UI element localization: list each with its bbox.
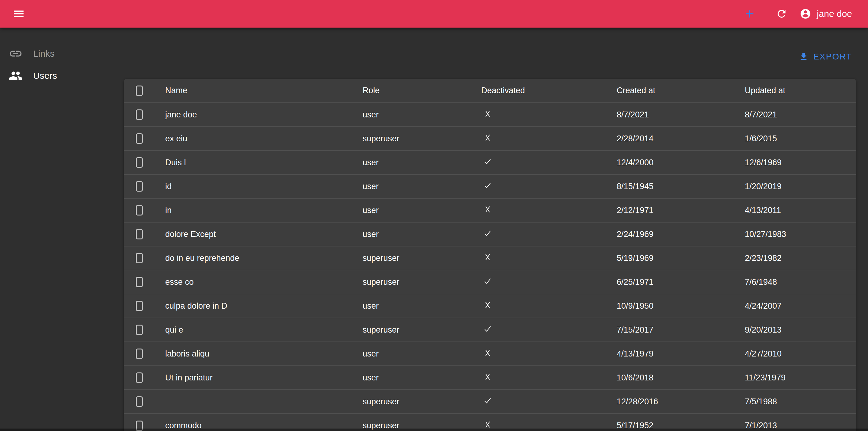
sidebar-item-links[interactable]: Links [0,42,117,65]
table-row[interactable]: laboris aliqu user 4/13/1979 4/27/2010 [124,342,856,366]
cell-updated-at: 4/27/2010 [744,342,856,366]
sidebar-item-label: Users [33,70,57,81]
cell-role: superuser [362,390,480,413]
column-header-updated-at[interactable]: Updated at [744,79,856,103]
cell-name: jane doe [164,103,362,127]
cell-created-at: 2/28/2014 [616,127,744,151]
cell-role: user [362,222,480,246]
column-header-name[interactable]: Name [164,79,362,103]
cell-created-at: 8/7/2021 [616,103,744,127]
row-checkbox[interactable] [136,157,143,168]
refresh-button[interactable] [776,8,787,20]
cell-name: culpa dolore in D [164,294,362,318]
column-header-role[interactable]: Role [362,79,480,103]
cell-deactivated [480,390,616,413]
row-checkbox[interactable] [136,205,143,216]
download-icon [799,52,809,62]
cell-name: in [164,198,362,222]
cell-name [164,390,362,413]
refresh-icon [776,8,787,20]
column-header-created-at[interactable]: Created at [616,79,744,103]
table-row[interactable]: Duis l user 12/4/2000 12/6/1969 [124,151,856,175]
cell-role: superuser [362,127,480,151]
cell-updated-at: 10/27/1983 [744,222,856,246]
row-checkbox[interactable] [136,229,143,239]
table-row[interactable]: jane doe user 8/7/2021 8/7/2021 [124,103,856,127]
table-row[interactable]: in user 2/12/1971 4/13/2011 [124,198,856,222]
cell-deactivated [480,246,616,270]
cell-deactivated [480,151,616,175]
close-icon [483,253,492,262]
close-icon [483,300,492,310]
cell-role: user [362,151,480,175]
menu-button[interactable] [12,7,25,20]
row-checkbox[interactable] [136,110,143,120]
cell-role: superuser [362,270,480,294]
people-icon [8,69,23,83]
table-row[interactable]: Ut in pariatur user 10/6/2018 11/23/1979 [124,366,856,390]
row-checkbox[interactable] [136,181,143,192]
close-icon [483,109,492,118]
cell-updated-at: 4/13/2011 [744,198,856,222]
check-icon [483,277,492,286]
cell-updated-at: 2/23/1982 [744,246,856,270]
cell-name: laboris aliqu [164,342,362,366]
row-checkbox[interactable] [136,301,143,311]
user-name-label: jane doe [817,8,852,19]
table-row[interactable]: id user 8/15/1945 1/20/2019 [124,175,856,198]
table-row[interactable]: dolore Except user 2/24/1969 10/27/1983 [124,222,856,246]
cell-name: esse co [164,270,362,294]
sidebar-item-users[interactable]: Users [0,65,117,87]
cell-updated-at: 7/5/1988 [744,390,856,413]
table-row[interactable]: qui e superuser 7/15/2017 9/20/2013 [124,318,856,342]
row-checkbox[interactable] [136,253,143,263]
row-checkbox[interactable] [136,348,143,359]
cell-name: id [164,175,362,198]
cell-deactivated [480,294,616,318]
cell-role: user [362,198,480,222]
cell-created-at: 7/15/2017 [616,318,744,342]
cell-deactivated [480,318,616,342]
cell-created-at: 12/4/2000 [616,151,744,175]
row-checkbox[interactable] [136,325,143,335]
row-checkbox[interactable] [136,372,143,383]
row-checkbox[interactable] [136,396,143,407]
check-icon [483,396,492,405]
cell-updated-at: 1/20/2019 [744,175,856,198]
select-all-checkbox[interactable] [136,86,143,96]
cell-role: user [362,103,480,127]
row-checkbox[interactable] [136,133,143,144]
create-button[interactable] [743,7,756,20]
close-icon [483,372,492,381]
cell-updated-at: 1/6/2015 [744,127,856,151]
sidebar: Links Users [0,42,117,87]
check-icon [483,181,492,190]
table-row[interactable]: esse co superuser 6/25/1971 7/6/1948 [124,270,856,294]
cell-created-at: 6/25/1971 [616,270,744,294]
cell-deactivated [480,270,616,294]
app-bar: jane doe [0,0,868,28]
cell-deactivated [480,342,616,366]
cell-role: superuser [362,246,480,270]
cell-created-at: 10/6/2018 [616,366,744,390]
row-checkbox[interactable] [136,277,143,287]
table-row[interactable]: superuser 12/28/2016 7/5/1988 [124,390,856,413]
cell-created-at: 8/15/1945 [616,175,744,198]
close-icon [483,348,492,358]
cell-created-at: 4/13/1979 [616,342,744,366]
table-row[interactable]: ex eiu superuser 2/28/2014 1/6/2015 [124,127,856,151]
cell-name: qui e [164,318,362,342]
users-table-card: Name Role Deactivated Created at Updated… [124,79,856,431]
cell-name: do in eu reprehende [164,246,362,270]
table-row[interactable]: do in eu reprehende superuser 5/19/1969 … [124,246,856,270]
close-icon [483,205,492,214]
export-button[interactable]: EXPORT [799,49,852,65]
close-icon [483,133,492,142]
column-header-deactivated[interactable]: Deactivated [480,79,616,103]
cell-created-at: 12/28/2016 [616,390,744,413]
plus-icon [743,7,756,20]
account-button[interactable] [800,8,811,20]
table-row[interactable]: culpa dolore in D user 10/9/1950 4/24/20… [124,294,856,318]
cell-created-at: 2/12/1971 [616,198,744,222]
cell-updated-at: 7/6/1948 [744,270,856,294]
